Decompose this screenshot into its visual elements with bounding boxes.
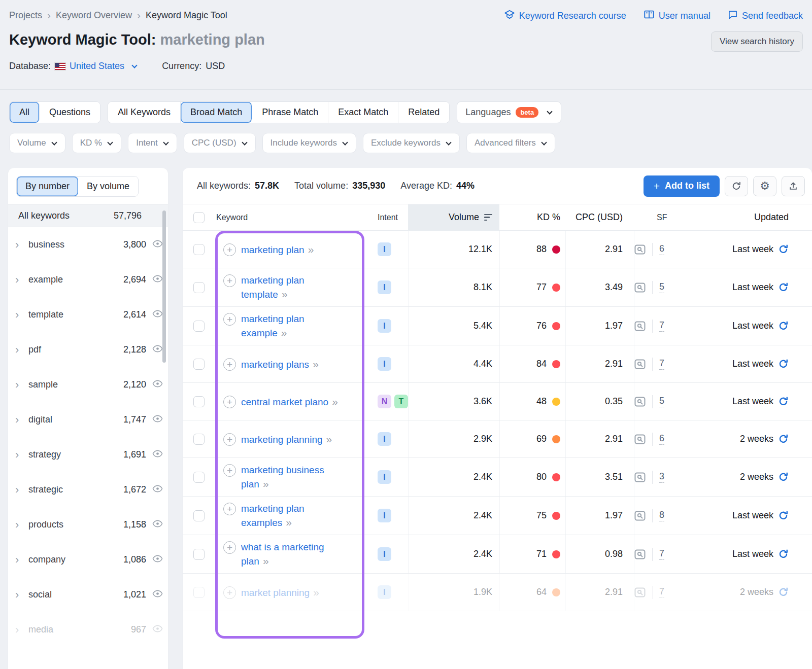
row-checkbox[interactable] [193,434,205,445]
sidebar-group-sample[interactable]: ›sample2,120 [8,367,168,402]
sf-count[interactable]: 6 [659,433,664,445]
eye-icon[interactable] [152,345,163,355]
refresh-button[interactable] [725,176,748,196]
row-checkbox[interactable] [193,396,205,407]
row-checkbox[interactable] [193,282,205,293]
intent-badge-i[interactable]: I [378,357,391,371]
row-checkbox[interactable] [193,359,205,370]
intent-badge-i[interactable]: I [378,470,391,484]
open-keyword-icon[interactable]: » [313,586,319,598]
keyword-link[interactable]: marketing plans» [241,357,318,371]
database-select[interactable]: United States [70,61,138,72]
add-to-list-button[interactable]: + Add to list [644,175,720,197]
sidebar-group-strategy[interactable]: ›strategy1,691 [8,437,168,472]
tab-broad-match[interactable]: Broad Match [181,102,252,123]
serp-features-icon[interactable] [634,283,646,293]
column-header-keyword[interactable]: Keyword [215,208,365,227]
tab-all[interactable]: All [10,102,40,123]
eye-icon[interactable] [152,555,163,565]
chevron-right-icon[interactable]: › [15,518,28,532]
serp-features-icon[interactable] [634,321,646,331]
row-checkbox[interactable] [193,510,205,521]
update-refresh-icon[interactable] [778,396,789,407]
sf-count[interactable]: 7 [659,358,664,370]
update-refresh-icon[interactable] [778,549,789,559]
add-keyword-icon[interactable]: + [223,243,236,256]
sf-count[interactable]: 7 [659,586,664,598]
languages-dropdown[interactable]: Languages beta [457,101,561,123]
sidebar-all-keywords-row[interactable]: All keywords 57,796 [8,204,168,227]
header-link-manual[interactable]: User manual [644,9,710,23]
eye-icon[interactable] [152,450,163,460]
update-refresh-icon[interactable] [778,434,789,444]
column-header-volume[interactable]: Volume [408,204,499,231]
eye-icon[interactable] [152,240,163,250]
filter-advanced-filters[interactable]: Advanced filters [466,133,555,153]
row-checkbox[interactable] [193,321,205,332]
serp-features-icon[interactable] [634,359,646,369]
header-link-course[interactable]: Keyword Research course [504,9,626,23]
column-header-sf[interactable]: SF [634,213,682,222]
eye-icon[interactable] [152,590,163,600]
add-keyword-icon[interactable]: + [223,396,236,408]
add-keyword-icon[interactable]: + [223,541,236,554]
row-checkbox[interactable] [193,549,205,560]
keyword-link[interactable]: market planning» [241,585,319,600]
update-refresh-icon[interactable] [778,321,789,331]
chevron-right-icon[interactable]: › [15,623,28,637]
add-keyword-icon[interactable]: + [223,274,236,287]
open-keyword-icon[interactable]: » [263,555,268,567]
intent-badge-i[interactable]: I [378,319,391,333]
add-keyword-icon[interactable]: + [223,586,236,599]
chevron-right-icon[interactable]: › [15,413,28,427]
open-keyword-icon[interactable]: » [263,478,268,489]
chevron-right-icon[interactable]: › [15,378,28,392]
serp-features-icon[interactable] [634,587,646,597]
sidebar-toggle-by-number[interactable]: By number [17,177,78,196]
intent-badge-i[interactable]: I [378,242,391,256]
row-checkbox[interactable] [193,472,205,483]
tab-all-keywords[interactable]: All Keywords [108,102,181,123]
keyword-link[interactable]: marketing plan examples» [241,502,339,530]
add-keyword-icon[interactable]: + [223,313,236,326]
serp-features-icon[interactable] [634,434,646,444]
row-checkbox[interactable] [193,587,205,598]
sidebar-group-template[interactable]: ›template2,614 [8,297,168,332]
add-keyword-icon[interactable]: + [223,503,236,515]
chevron-right-icon[interactable]: › [15,483,28,497]
tab-phrase-match[interactable]: Phrase Match [252,102,328,123]
eye-icon[interactable] [152,625,163,635]
sf-count[interactable]: 6 [659,243,664,255]
column-header-cpc[interactable]: CPC (USD) [565,212,634,223]
chevron-right-icon[interactable]: › [15,553,28,567]
tab-exact-match[interactable]: Exact Match [328,102,398,123]
keyword-link[interactable]: central market plano» [241,395,337,409]
sidebar-group-products[interactable]: ›products1,158 [8,507,168,542]
sidebar-group-pdf[interactable]: ›pdf2,128 [8,332,168,367]
sidebar-group-digital[interactable]: ›digital1,747 [8,402,168,437]
add-keyword-icon[interactable]: + [223,358,236,371]
intent-badge-i[interactable]: I [378,280,391,294]
sf-count[interactable]: 3 [659,471,664,483]
sidebar-group-example[interactable]: ›example2,694 [8,262,168,297]
intent-badge-i[interactable]: I [378,432,391,446]
filter-volume[interactable]: Volume [9,133,65,153]
open-keyword-icon[interactable]: » [286,516,291,528]
keyword-link[interactable]: marketing plan template» [241,273,339,301]
sf-count[interactable]: 5 [659,396,664,407]
sf-count[interactable]: 7 [659,320,664,332]
eye-icon[interactable] [152,520,163,530]
update-refresh-icon[interactable] [778,359,789,369]
intent-badge-i[interactable]: I [378,547,391,561]
settings-button[interactable]: ⚙ [753,176,776,196]
sf-count[interactable]: 8 [659,510,664,521]
filter-exclude-keywords[interactable]: Exclude keywords [363,133,460,153]
keyword-link[interactable]: marketing plan» [241,242,313,257]
sidebar-scrollbar[interactable] [162,210,166,363]
keyword-link[interactable]: what is a marketing plan» [241,540,339,568]
add-keyword-icon[interactable]: + [223,433,236,446]
sidebar-group-company[interactable]: ›company1,086 [8,542,168,577]
keyword-link[interactable]: marketing planning» [241,432,331,446]
intent-badge-i[interactable]: I [378,509,391,522]
chevron-right-icon[interactable]: › [15,308,28,322]
